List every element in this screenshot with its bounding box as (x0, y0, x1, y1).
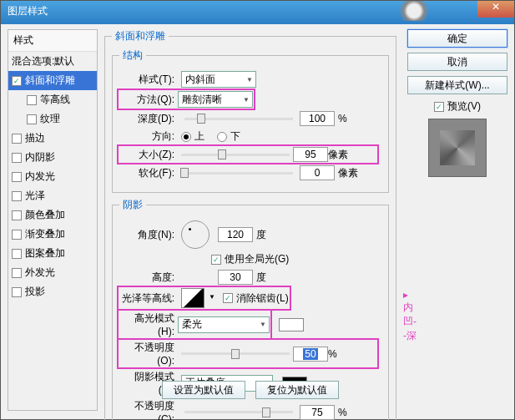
pyramid-icon (440, 130, 475, 165)
structure-fieldset: 结构 样式(T):内斜面 方法(Q):雕刻清晰 深度(D):100% 方向:上 … (112, 48, 389, 193)
preview-checkbox[interactable] (434, 102, 444, 112)
make-default-button[interactable]: 设置为默认值 (162, 381, 245, 399)
effect-outer-glow[interactable]: 外发光 (8, 263, 97, 282)
shadow-opacity-input[interactable]: 75 (300, 405, 335, 420)
annotation: ▸内凹--深 (403, 288, 417, 343)
checkbox-icon[interactable] (27, 114, 37, 124)
direction-label: 方向: (119, 129, 178, 144)
effect-color-overlay[interactable]: 颜色叠加 (8, 205, 97, 225)
effect-inner-shadow[interactable]: 内阴影 (8, 148, 97, 167)
style-label: 样式(T): (119, 73, 178, 87)
checkbox-icon[interactable] (12, 76, 22, 86)
depth-label: 深度(D): (119, 112, 178, 126)
effect-inner-glow[interactable]: 内发光 (8, 167, 97, 186)
checkbox-icon[interactable] (12, 191, 22, 201)
window-title: 图层样式 (8, 5, 48, 17)
blend-options[interactable]: 混合选项:默认 (8, 52, 97, 71)
size-slider[interactable] (181, 148, 290, 161)
highlight-mode-label: 高光模式(H): (119, 311, 178, 337)
angle-input[interactable]: 120 (218, 227, 253, 242)
effect-stroke[interactable]: 描边 (8, 129, 97, 148)
highlight-color[interactable] (279, 318, 304, 331)
reset-default-button[interactable]: 复位为默认值 (255, 381, 339, 399)
shading-legend: 阴影 (119, 198, 146, 212)
new-style-button[interactable]: 新建样式(W)... (407, 76, 507, 94)
gloss-contour[interactable] (181, 288, 204, 308)
checkbox-icon[interactable] (12, 153, 22, 163)
main-fieldset: 斜面和浮雕 结构 样式(T):内斜面 方法(Q):雕刻清晰 深度(D):100%… (104, 29, 396, 420)
soften-label: 软化(F): (119, 166, 178, 180)
depth-input[interactable]: 100 (300, 111, 335, 126)
gloss-label: 光泽等高线: (119, 291, 178, 306)
size-label: 大小(Z): (119, 148, 178, 162)
altitude-label: 高度: (119, 271, 178, 285)
effect-contour[interactable]: 等高线 (8, 90, 97, 109)
effect-satin[interactable]: 光泽 (8, 186, 97, 205)
angle-dial[interactable] (181, 220, 210, 249)
highlight-opacity-input[interactable]: 50 (293, 347, 328, 362)
checkbox-icon[interactable] (12, 172, 22, 182)
checkbox-icon[interactable] (12, 249, 22, 259)
checkbox-icon[interactable] (12, 134, 22, 144)
close-icon[interactable]: ✕ (477, 1, 514, 18)
preview-swatch (428, 119, 487, 177)
highlight-mode-dropdown[interactable]: 柔光 (178, 316, 270, 333)
style-dropdown[interactable]: 内斜面 (181, 71, 256, 88)
right-panel: 确定 取消 新建样式(W)... 预览(V) (407, 29, 507, 182)
styles-panel: 样式 混合选项:默认 斜面和浮雕 等高线 纹理 描边 内阴影 内发光 光泽 颜色… (8, 29, 98, 411)
effect-gradient-overlay[interactable]: 渐变叠加 (8, 225, 97, 244)
altitude-input[interactable]: 30 (218, 270, 253, 285)
effect-texture[interactable]: 纹理 (8, 109, 97, 129)
depth-slider[interactable] (184, 112, 293, 125)
highlight-opacity-label: 不透明度(O): (119, 341, 178, 367)
global-light-checkbox[interactable] (211, 255, 221, 265)
soften-slider[interactable] (184, 166, 293, 180)
checkbox-icon[interactable] (12, 268, 22, 278)
highlight-opacity-slider[interactable] (181, 347, 290, 361)
checkbox-icon[interactable] (12, 230, 22, 240)
checkbox-icon[interactable] (27, 95, 37, 105)
dir-down-radio[interactable] (217, 132, 227, 142)
checkbox-icon[interactable] (12, 287, 22, 297)
styles-header: 样式 (8, 30, 97, 52)
soften-input[interactable]: 0 (300, 165, 335, 180)
structure-legend: 结构 (119, 48, 146, 63)
checkbox-icon[interactable] (12, 210, 22, 220)
effect-bevel[interactable]: 斜面和浮雕 (8, 71, 97, 90)
cancel-button[interactable]: 取消 (407, 53, 507, 71)
effect-pattern-overlay[interactable]: 图案叠加 (8, 244, 97, 263)
dir-up-radio[interactable] (181, 132, 191, 142)
angle-label: 角度(N): (119, 228, 178, 242)
antialias-checkbox[interactable] (223, 293, 233, 303)
size-input[interactable]: 95 (293, 147, 328, 162)
method-dropdown[interactable]: 雕刻清晰 (178, 91, 253, 108)
shadow-opacity-slider[interactable] (184, 406, 293, 419)
main-legend: 斜面和浮雕 (112, 29, 169, 43)
ok-button[interactable]: 确定 (407, 29, 507, 48)
effect-drop-shadow[interactable]: 投影 (8, 282, 97, 301)
titlebar-deco (372, 1, 456, 21)
titlebar: 图层样式 ✕ (1, 1, 514, 24)
method-label: 方法(Q): (119, 93, 178, 107)
